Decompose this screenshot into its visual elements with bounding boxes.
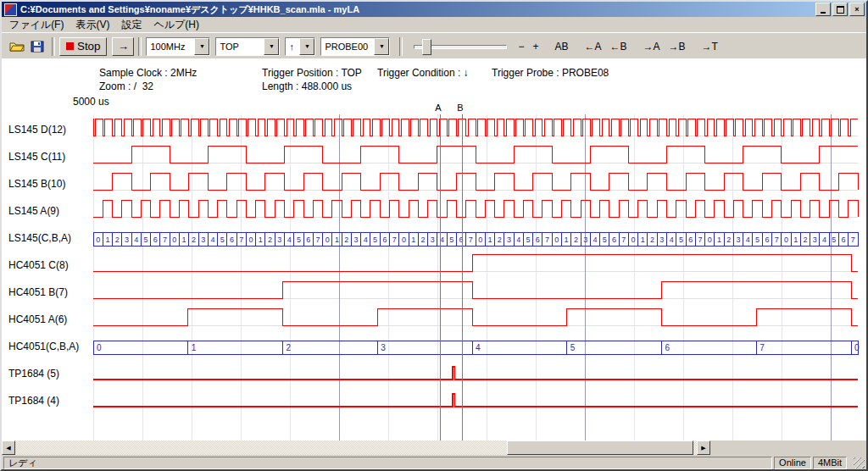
- waveform-square: [93, 281, 858, 298]
- bus-value: 3: [201, 236, 205, 244]
- maximize-button[interactable]: [832, 3, 848, 16]
- bus-value: 5: [570, 343, 576, 352]
- chevron-down-icon[interactable]: ▼: [299, 38, 314, 55]
- bus-value: 0: [554, 236, 559, 244]
- waveform-flat: [93, 367, 858, 380]
- trigger-edge-select[interactable]: ↑ ▼: [285, 37, 315, 56]
- bus-value: 6: [230, 236, 234, 244]
- next-a-button[interactable]: →A: [639, 37, 665, 56]
- prev-b-button[interactable]: ←B: [605, 37, 631, 56]
- run-button[interactable]: →: [112, 37, 134, 56]
- close-button[interactable]: ×: [849, 3, 865, 16]
- bus-value: 2: [498, 236, 502, 244]
- bus-value: 1: [182, 236, 186, 244]
- chevron-down-icon[interactable]: ▼: [374, 38, 389, 55]
- app-window: C:¥Documents and Settings¥noname¥デスクトップ¥…: [0, 0, 868, 471]
- menubar: ファイル(F) 表示(V) 設定 ヘルプ(H): [2, 17, 866, 32]
- bus-value: 7: [392, 236, 397, 244]
- zoom-in-button[interactable]: +: [528, 37, 542, 56]
- bus-value: 3: [659, 236, 664, 244]
- scrollbar-thumb[interactable]: [507, 441, 693, 455]
- bus-value: 0: [708, 236, 712, 244]
- window-title: C:¥Documents and Settings¥noname¥デスクトップ¥…: [20, 3, 815, 16]
- bus-value: 0: [249, 236, 253, 244]
- waveform-square: [93, 146, 858, 163]
- bus-value: 6: [306, 236, 310, 244]
- bus-value: 5: [755, 236, 760, 244]
- bus-value: 7: [239, 236, 243, 244]
- prev-a-button[interactable]: ←A: [580, 37, 605, 56]
- zoom-slider[interactable]: [414, 37, 507, 56]
- bus-value: 3: [354, 236, 359, 244]
- bus-value: 4: [670, 236, 674, 244]
- bus-value: 4: [364, 236, 368, 244]
- bus-value: 3: [277, 236, 281, 244]
- trigger-probe-select[interactable]: PROBE00 ▼: [320, 37, 390, 56]
- chevron-down-icon[interactable]: ▼: [194, 38, 209, 55]
- ab-button[interactable]: AB: [550, 37, 572, 56]
- bus-value: 3: [431, 236, 435, 244]
- bus-value: 7: [621, 236, 626, 244]
- bus-value: 5: [220, 236, 225, 244]
- bus-value: 7: [315, 236, 320, 244]
- bus-value: 0: [854, 343, 860, 352]
- scroll-left-button[interactable]: ◀: [2, 441, 15, 455]
- bus-value: 4: [746, 236, 750, 244]
- bus-value: 5: [832, 236, 836, 244]
- scroll-right-button[interactable]: ▶: [697, 441, 710, 455]
- menu-help[interactable]: ヘルプ(H): [147, 17, 205, 33]
- statusbar: レディ Online 4MBit: [2, 456, 866, 469]
- minimize-icon: [821, 12, 826, 14]
- bus-value: 2: [574, 236, 578, 244]
- bus-value: 0: [478, 236, 482, 244]
- save-button[interactable]: [27, 37, 47, 56]
- waveform-display[interactable]: 0123456701234567012345670123456701234567…: [2, 58, 868, 441]
- bus-value: 7: [851, 236, 855, 244]
- minimize-button[interactable]: [815, 3, 831, 16]
- bus-value: 7: [775, 236, 779, 244]
- bus-value: 2: [287, 343, 292, 352]
- goto-trigger-button[interactable]: →T: [698, 37, 722, 56]
- menu-file[interactable]: ファイル(F): [3, 17, 70, 33]
- bus-value: 6: [382, 236, 387, 244]
- bus-value: 4: [210, 236, 214, 244]
- zoom-out-button[interactable]: −: [514, 37, 528, 56]
- stop-button[interactable]: Stop: [59, 37, 107, 56]
- resize-grip-icon[interactable]: [854, 457, 865, 468]
- toolbar: Stop → 100MHz ▼ TOP ▼ ↑ ▼ PROBE00 ▼ − + …: [2, 32, 866, 60]
- chevron-down-icon[interactable]: ▼: [264, 38, 279, 55]
- scrollbar-track[interactable]: [15, 441, 697, 455]
- bus-value: 0: [632, 236, 636, 244]
- run-arrow-icon: →: [118, 40, 129, 53]
- bus-value: 3: [737, 236, 741, 244]
- app-icon: [4, 3, 17, 16]
- arrow-left-icon: ◀: [6, 445, 10, 452]
- bus-value: 1: [411, 236, 415, 244]
- zoom-slider-thumb[interactable]: [422, 39, 431, 55]
- trigger-probe-value: PROBE00: [321, 42, 374, 52]
- save-floppy-icon: [31, 41, 44, 53]
- trigger-position-select[interactable]: TOP ▼: [215, 37, 280, 56]
- trigger-edge-value: ↑: [286, 42, 299, 52]
- bus-value: 6: [765, 236, 769, 244]
- menu-view[interactable]: 表示(V): [70, 17, 115, 33]
- menu-settings[interactable]: 設定: [115, 17, 147, 33]
- waveform-square: [93, 308, 858, 325]
- stop-label: Stop: [77, 40, 100, 53]
- bus-value: 5: [679, 236, 683, 244]
- toolbar-separator: [138, 37, 142, 56]
- titlebar[interactable]: C:¥Documents and Settings¥noname¥デスクトップ¥…: [2, 2, 866, 17]
- bus-value: 6: [459, 236, 464, 244]
- next-b-button[interactable]: →B: [665, 37, 690, 56]
- bus-value: 1: [259, 236, 263, 244]
- open-button[interactable]: [7, 37, 27, 56]
- status-memory: 4MBit: [813, 457, 847, 469]
- bus-value: 3: [381, 343, 386, 352]
- horizontal-scrollbar[interactable]: ◀ ▶: [2, 441, 710, 455]
- bus-value: 0: [96, 236, 100, 244]
- bus-value: 3: [125, 236, 129, 244]
- bus-value: 4: [440, 236, 444, 244]
- bus-value: 6: [688, 236, 693, 244]
- stop-icon: [66, 42, 74, 50]
- sample-clock-select[interactable]: 100MHz ▼: [146, 37, 210, 56]
